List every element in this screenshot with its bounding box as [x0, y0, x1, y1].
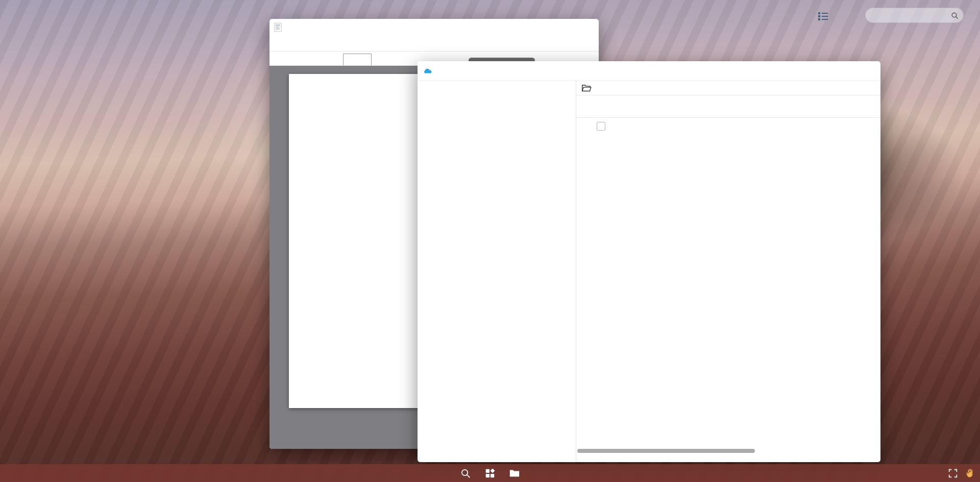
document-file-icon	[274, 22, 282, 32]
app-launcher-icon[interactable]	[484, 468, 496, 479]
search-icon[interactable]	[950, 11, 959, 20]
share-icon[interactable]	[329, 36, 342, 49]
taskbar	[0, 464, 980, 482]
cloud-icon	[423, 66, 433, 76]
desktop-wallpaper	[0, 0, 980, 482]
col-mtime[interactable]	[800, 122, 801, 130]
horizontal-scrollbar[interactable]	[577, 449, 755, 453]
zip-icon[interactable]	[411, 36, 424, 49]
page-up-icon[interactable]	[317, 53, 326, 62]
refresh-icon[interactable]	[711, 101, 722, 112]
list-view-icon[interactable]	[766, 101, 777, 112]
forward-icon[interactable]	[621, 101, 632, 112]
folder-tree	[418, 81, 576, 462]
close-icon[interactable]	[863, 66, 873, 76]
global-search-input[interactable]	[865, 8, 964, 23]
grid-view-icon[interactable]	[858, 101, 869, 112]
fullscreen-toggle-icon[interactable]	[947, 468, 959, 479]
download-icon[interactable]	[431, 36, 445, 49]
col-size[interactable]	[749, 122, 750, 130]
pdf-export-icon[interactable]	[306, 36, 320, 49]
taskbar-search-icon[interactable]	[460, 468, 471, 479]
select-all-checkbox[interactable]	[597, 122, 605, 131]
up-level-icon[interactable]	[639, 101, 650, 112]
upload-cloud-icon[interactable]	[729, 101, 741, 112]
search-icon[interactable]	[657, 101, 668, 112]
find-in-doc-icon[interactable]	[302, 53, 312, 63]
col-type[interactable]	[774, 122, 776, 130]
file-manager-window	[418, 61, 880, 462]
rename-edit-icon[interactable]	[748, 101, 759, 112]
fm-toolbar	[576, 95, 880, 117]
select-all-icon[interactable]	[675, 101, 687, 112]
comment-icon[interactable]	[283, 36, 297, 49]
maximize-icon[interactable]	[848, 66, 858, 76]
minimize-icon[interactable]	[833, 66, 843, 76]
col-name[interactable]	[628, 122, 630, 130]
open-in-new-icon[interactable]	[777, 66, 787, 76]
star-icon[interactable]	[350, 36, 363, 49]
file-list-panel	[576, 81, 880, 462]
file-explorer-icon[interactable]	[509, 468, 520, 479]
fullscreen-icon[interactable]	[792, 66, 802, 76]
attachment-icon[interactable]	[370, 36, 383, 49]
back-icon[interactable]	[585, 101, 597, 112]
copy-icon[interactable]	[390, 36, 404, 49]
column-header-row	[576, 118, 880, 135]
page-down-icon[interactable]	[329, 53, 338, 62]
history-dropdown-icon[interactable]	[604, 101, 615, 112]
page-number-input[interactable]	[343, 54, 372, 66]
desktop-list-toggle-icon[interactable]	[817, 10, 829, 21]
fm-titlebar	[418, 61, 880, 81]
refresh-icon[interactable]	[806, 66, 817, 76]
copy-icon[interactable]	[693, 101, 704, 112]
sidebar-toggle-icon[interactable]	[275, 53, 284, 62]
open-folder-icon	[580, 83, 593, 94]
assistant-hand-icon[interactable]	[965, 468, 976, 479]
